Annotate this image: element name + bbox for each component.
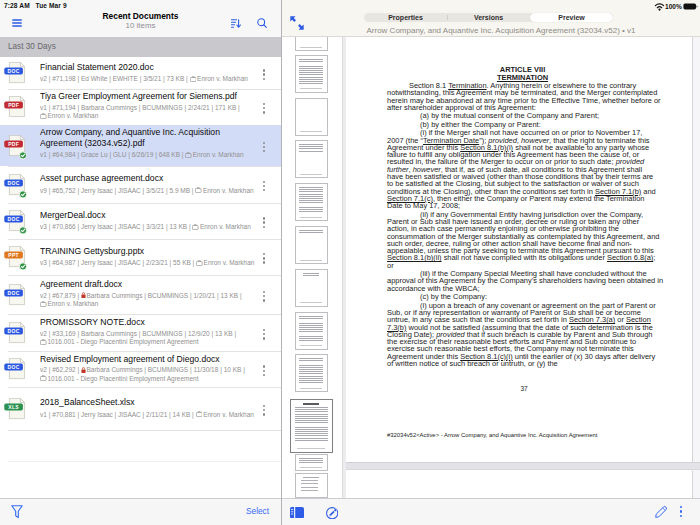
- svg-text:DOC: DOC: [8, 68, 20, 74]
- svg-text:DOC: DOC: [8, 180, 20, 186]
- svg-text:PDF: PDF: [8, 141, 19, 147]
- svg-text:DOC: DOC: [8, 216, 20, 222]
- svg-text:DOC: DOC: [8, 364, 20, 370]
- svg-text:DOC: DOC: [8, 290, 20, 296]
- svg-text:DOC: DOC: [8, 328, 20, 334]
- svg-text:PDF: PDF: [8, 102, 19, 108]
- svg-text:XLS: XLS: [8, 404, 19, 410]
- svg-text:PPT: PPT: [8, 252, 19, 258]
